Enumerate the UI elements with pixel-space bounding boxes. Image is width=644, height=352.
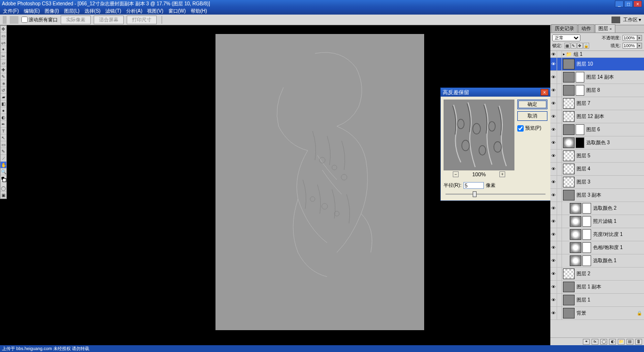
layer-thumb[interactable] (563, 85, 575, 96)
layer-mask-thumb[interactable] (582, 255, 591, 266)
fill-input[interactable] (623, 43, 637, 49)
hand-tool[interactable]: ✋ (0, 162, 6, 168)
layer-name[interactable]: 图层 3 (577, 179, 642, 185)
layer-name[interactable]: 选取颜色 2 (593, 205, 642, 212)
ok-button[interactable]: 确定 (517, 100, 547, 109)
layer-thumb[interactable] (563, 190, 575, 201)
shape-tool[interactable]: ▭ (0, 141, 6, 148)
close-icon[interactable]: × (610, 27, 612, 31)
menu-image[interactable]: 图像(I) (45, 8, 59, 15)
visibility-toggle[interactable]: 👁 (550, 163, 557, 175)
layer-name[interactable]: 选取颜色 1 (593, 257, 642, 264)
document-canvas[interactable] (215, 34, 424, 330)
move-tool[interactable]: ✥ (0, 26, 6, 33)
visibility-toggle[interactable]: 👁 (550, 51, 557, 57)
layer-row[interactable]: 👁图层 8 (550, 84, 644, 97)
lock-trans-icon[interactable]: ▦ (564, 43, 570, 49)
visibility-toggle[interactable]: 👁 (550, 241, 557, 254)
path-tool[interactable]: ↖ (0, 134, 6, 141)
layer-mask-thumb[interactable] (576, 124, 584, 135)
layer-row[interactable]: 👁色相/饱和度 1 (550, 241, 644, 254)
adjustment-thumb[interactable] (570, 216, 581, 227)
radius-input[interactable] (463, 182, 484, 189)
layer-name[interactable]: 图层 5 (577, 152, 642, 159)
visibility-toggle[interactable]: 👁 (550, 294, 557, 306)
layer-thumb[interactable] (563, 151, 575, 161)
fit-screen-button[interactable]: 适合屏幕 (94, 16, 124, 24)
tool-preset-icon[interactable] (10, 16, 18, 24)
brush-tool[interactable]: ✎ (0, 73, 6, 80)
eraser-tool[interactable]: ▰ (0, 94, 6, 101)
layer-thumb[interactable] (563, 268, 575, 279)
layer-thumb[interactable] (563, 177, 575, 187)
visibility-toggle[interactable]: 👁 (550, 215, 557, 228)
visibility-toggle[interactable]: 👁 (550, 176, 557, 188)
print-size-button[interactable]: 打印尺寸 (127, 16, 157, 24)
layer-row[interactable]: 👁图层 5 (550, 150, 644, 163)
visibility-toggle[interactable]: 👁 (550, 202, 557, 215)
layer-row[interactable]: 👁▸📁组 1 (550, 51, 644, 58)
layer-mask-thumb[interactable] (582, 229, 591, 240)
menu-edit[interactable]: 编辑(E) (24, 8, 40, 15)
menu-view[interactable]: 视图(V) (147, 8, 163, 15)
delete-layer-icon[interactable]: 🗑 (635, 339, 642, 345)
lasso-tool[interactable]: ᔕ (0, 39, 6, 46)
layer-name[interactable]: 图层 10 (577, 61, 642, 67)
layer-row[interactable]: 👁选取颜色 2 (550, 202, 644, 215)
layer-name[interactable]: 图层 8 (586, 87, 642, 94)
visibility-toggle[interactable]: 👁 (550, 110, 557, 123)
visibility-toggle[interactable]: 👁 (550, 150, 557, 162)
layer-row[interactable]: 👁图层 7 (550, 97, 644, 110)
layer-name[interactable]: 图层 3 副本 (577, 192, 642, 199)
dialog-preview[interactable] (444, 100, 514, 170)
actual-pixels-button[interactable]: 实际像素 (61, 16, 91, 24)
menu-select[interactable]: 选择(S) (84, 8, 100, 15)
color-swatches[interactable] (0, 175, 6, 185)
workspace-dropdown[interactable]: 工作区 ▾ (623, 17, 641, 23)
lock-all-icon[interactable]: 🔒 (583, 43, 589, 49)
menu-filter[interactable]: 滤镜(T) (105, 8, 121, 15)
dialog-titlebar[interactable]: 高反差保留 × (441, 88, 550, 97)
group-icon[interactable]: 📁 (618, 339, 625, 345)
menu-analysis[interactable]: 分析(A) (126, 8, 142, 15)
layer-style-icon[interactable]: fx (592, 339, 598, 345)
layer-thumb[interactable] (563, 98, 575, 109)
visibility-toggle[interactable]: 👁 (550, 307, 557, 319)
adjustment-thumb[interactable] (563, 137, 575, 148)
layer-row[interactable]: 👁图层 4 (550, 163, 644, 176)
layer-row[interactable]: 👁图层 6 (550, 123, 644, 136)
layer-thumb[interactable] (563, 308, 575, 318)
layer-name[interactable]: 图层 1 (577, 297, 642, 303)
dialog-close-button[interactable]: × (541, 89, 548, 96)
visibility-toggle[interactable]: 👁 (550, 268, 557, 280)
zoom-in-button[interactable]: + (499, 171, 505, 177)
lock-pixels-icon[interactable]: ✎ (571, 43, 577, 49)
radius-slider[interactable] (446, 191, 545, 198)
tab-history[interactable]: 历史记录 (551, 24, 578, 33)
layer-name[interactable]: 亮度/对比度 1 (593, 231, 642, 238)
fill-arrow-icon[interactable]: ▸ (637, 43, 642, 49)
layer-name[interactable]: 图层 12 副本 (577, 113, 642, 120)
layer-row[interactable]: 👁图层 2 (550, 268, 644, 281)
layer-row[interactable]: 👁背景🔒 (550, 307, 644, 320)
menu-file[interactable]: 文件(F) (3, 8, 19, 15)
layer-row[interactable]: 👁图层 1 (550, 294, 644, 307)
layer-thumb[interactable] (563, 124, 575, 135)
layer-name[interactable]: 照片滤镜 1 (593, 218, 642, 225)
layer-row[interactable]: 👁选取颜色 3 (550, 136, 644, 150)
menu-window[interactable]: 窗口(W) (168, 8, 186, 15)
screenmode-toggle[interactable]: ▣ (0, 192, 6, 199)
adjustment-layer-icon[interactable]: ◐ (609, 339, 616, 345)
layer-mask-thumb[interactable] (582, 216, 591, 227)
link-layers-icon[interactable]: ⚭ (583, 339, 590, 345)
wand-tool[interactable]: ✦ (0, 46, 6, 53)
layer-mask-thumb[interactable] (582, 242, 591, 253)
layer-name[interactable]: 图层 6 (586, 126, 642, 133)
cancel-button[interactable]: 取消 (517, 111, 547, 121)
tab-layers[interactable]: 图层× (595, 24, 615, 33)
background-swatch[interactable] (2, 178, 6, 182)
stamp-tool[interactable]: ⎈ (0, 80, 6, 87)
minimize-button[interactable]: _ (615, 0, 624, 7)
dodge-tool[interactable]: ◐ (0, 114, 6, 121)
layer-row[interactable]: 👁图层 10 (550, 58, 644, 71)
